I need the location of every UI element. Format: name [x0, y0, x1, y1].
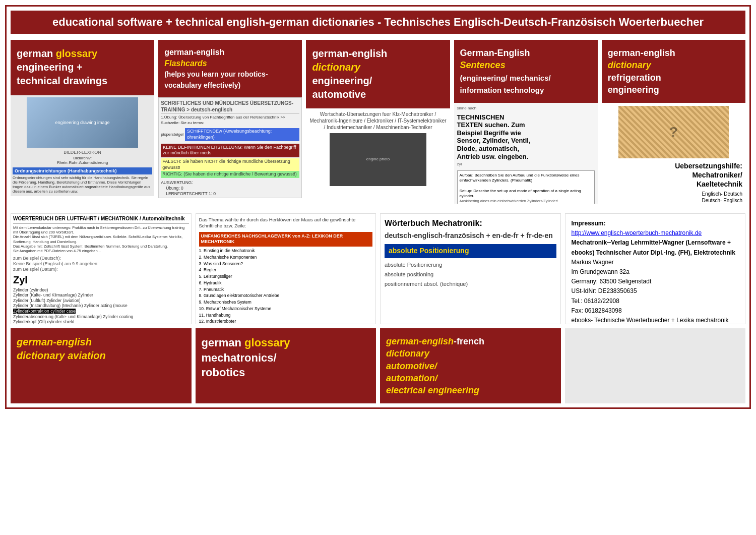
impressum-address: Im Grundgewann 32a	[572, 268, 629, 275]
das-haben: Keine Beispiel (Englisch) am 9.9 angeben…	[13, 261, 189, 267]
englisch-deutsch-label: Englisch- DeutschDeutsch- Englisch	[605, 191, 742, 204]
card-glossary-engineering: german glossaryengineering +technical dr…	[11, 40, 154, 209]
falsch-row: FALSCH: Sie haben NICHT die richtige mün…	[161, 158, 299, 171]
card-dict-auto-label: german-englishdictionaryengineering/auto…	[306, 40, 450, 108]
card-glossary-image: engineering drawing image BILDER-LEXIKON…	[11, 95, 154, 196]
luftfahrt-title: WOERTERBUCH DER LUFTFAHRT / MECHATRONIK …	[13, 216, 189, 224]
richtig-row: RICHTIG: (Sie haben die richtige mündlic…	[161, 171, 299, 178]
uebersetzungshilfe-title: Uebersetzungshilfe:Mechatroniker/Kaeltet…	[605, 161, 742, 189]
impressum-tel: Tel.: 06182/22908	[572, 298, 619, 305]
zyl-big: Zyl	[13, 274, 189, 286]
card-sentences: German-EnglishSentences(engineering/ mec…	[454, 40, 598, 209]
impressum-url1[interactable]: http://www.englisch-woerterbuch-mechatro…	[572, 229, 702, 236]
card-sentences-label: German-EnglishSentences(engineering/ mec…	[454, 40, 598, 103]
lektion-list: 1. Einstieg in die Mechatronik 2. Mechan…	[199, 248, 373, 324]
page-wrapper: educational software + technical english…	[5, 5, 751, 409]
mid-card-woerterbuch: Wörterbuch Mechatronik: deutsch-englisch…	[380, 213, 561, 324]
mid-card-aviation-screenshot: WOERTERBUCH DER LUFTFAHRT / MECHATRONIK …	[11, 213, 192, 324]
pispersteigel-label: pispersteigel	[161, 132, 183, 137]
wortschatz-title: Wortschatz-Übersetzungen fuer Kfz-Mechat…	[308, 111, 447, 131]
zyl-label: zyl	[457, 162, 595, 167]
woerterbuch-subtitle: deutsch-englisch-französisch + en-de-fr …	[385, 231, 556, 241]
ordnungs-body: Ordnungseinrichtungen sind sehr wichtig …	[13, 175, 152, 194]
sinne-nach-label: sinne nach	[457, 106, 595, 111]
mid-grid: WOERTERBUCH DER LUFTFAHRT / MECHATRONIK …	[11, 213, 745, 324]
uebung-title: 1.Übung: Übersetzung von Fachbegriffen a…	[161, 115, 299, 126]
schifftenden-input[interactable]: SCHIFFTENDEw (Anweisungsbeachtung: ohren…	[185, 128, 299, 141]
card-dict-auto: german-englishdictionaryengineering/auto…	[306, 40, 450, 209]
engine-image: engine photo	[330, 133, 427, 186]
bottom-card-aviation: german-englishdictionary aviation	[11, 328, 192, 403]
bildarchiv-label: Bildarchiv:Rhein-Ruhr-Automatisierung	[13, 156, 152, 165]
woerterbuch-title: Wörterbuch Mechatronik:	[385, 218, 556, 229]
card-refrigeration-image: ? Uebersetzungshilfe:Mechatroniker/Kaelt…	[602, 103, 745, 204]
bottom-card-empty	[565, 328, 746, 403]
auswertung-title: AUSWERTUNG:	[161, 180, 299, 186]
top-grid: german glossaryengineering +technical dr…	[11, 40, 745, 209]
header-bar: educational software + technical english…	[11, 11, 745, 34]
refrigeration-placeholder: ?	[618, 106, 729, 158]
absolute-positionierung-label: absolute Positionierung	[385, 244, 556, 258]
abs-pos-sub2: absolute positioning	[385, 270, 556, 279]
impressum-ebooks: ebooks- Technische Woerterbuecher + Lexi…	[572, 317, 729, 324]
header-title: educational software + technical english…	[52, 16, 704, 28]
card-sentences-image: sinne nach TECHNISCHENTEXTEN suchen. Zum…	[454, 103, 598, 204]
card-flashcards-image: SCHRIFTLICHES UND MÜNDLICHES ÜBERSETZUNG…	[158, 97, 302, 198]
card-flashcards: german-englishFlashcards(helps you learn…	[158, 40, 302, 209]
mid-card-thema-screenshot: Das Thema wählte ihr durch das Herklöwen…	[196, 213, 376, 324]
impressum-publisher: Mechatronik--Verlag Lehrmittel-Wagner (L…	[572, 239, 735, 256]
zum-beispiel-2: zum Beispiel (Datum):	[13, 267, 189, 272]
bottom-card-french: german-english-frenchdictionaryautomotiv…	[380, 328, 561, 403]
card-glossary-label: german glossaryengineering +technical dr…	[11, 40, 154, 95]
zylinder-list: Zylinder (zylindee) Zylinder (Kalte- und…	[13, 287, 189, 324]
bottom-grid: german-englishdictionary aviation german…	[11, 328, 745, 403]
auswertung-body: Übung: 0 LERNFORTSCHRITT 1: 0 LERNFORTSC…	[166, 186, 299, 198]
ordnungseinrichtungen-label: Ordnungseinrichtungen (Handhabungstechni…	[13, 167, 152, 174]
impressum-title: Impressum:	[572, 220, 606, 227]
aufbau-box: Aufbau: Beschreiben Sie den Aufbau und d…	[457, 170, 595, 204]
technischen-texten: TECHNISCHENTEXTEN suchen. ZumBeispiel Be…	[457, 113, 595, 161]
luftfahrt-body: Mit dem Lernvokabular unterwegs: Praktik…	[13, 225, 189, 254]
abs-pos-sub1: absolute Positionierung	[385, 260, 556, 270]
card-flashcards-label: german-englishFlashcards(helps you learn…	[158, 40, 302, 97]
impressum-name: Markus Wagner	[572, 259, 614, 266]
schriftliches-title: SCHRIFTLICHES UND MÜNDLICHES ÜBERSETZUNG…	[161, 100, 299, 113]
impressum-city: Germany; 63500 Seligenstadt	[572, 278, 652, 285]
zum-beispiel: zum Beispiel (Deutsch):	[13, 256, 189, 261]
das-thema-text: Das Thema wählte ihr durch das Herklöwen…	[199, 217, 373, 229]
neue-definitionen: KEINE DEFINITIONEN ERSTELLUNG: Wenn Sie …	[161, 144, 299, 157]
glossary-highlight: glossary	[56, 48, 97, 59]
card-refrigeration-label: german-englishdictionaryrefrigerationeng…	[602, 40, 745, 103]
umfangreiche-title: UMFANGREICHES NACHSCHLAGEWERK von A-Z: L…	[199, 232, 373, 247]
card-dict-auto-image: Wortschatz-Übersetzungen fuer Kfz-Mechat…	[306, 108, 450, 209]
mid-card-impressum: Impressum: http://www.englisch-woerterbu…	[565, 213, 746, 324]
impressum-ust: USt-IdNr: DE238350635	[572, 287, 637, 294]
bilder-lexikon-label: BILDER-LEXIKON	[13, 150, 152, 155]
card-refrigeration: german-englishdictionaryrefrigerationeng…	[602, 40, 745, 209]
bottom-card-mechatronics: german glossarymechatronics/robotics	[196, 328, 376, 403]
abs-pos-sub3: positionnement absol. (technique)	[385, 279, 556, 289]
impressum-fax: Fax: 06182843098	[572, 307, 622, 314]
